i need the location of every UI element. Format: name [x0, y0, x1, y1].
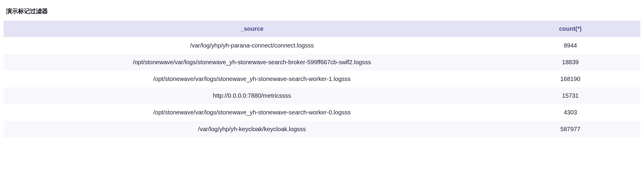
- cell-source: /opt/stonewave/var/logs/stonewave_yh-sto…: [4, 104, 500, 121]
- cell-source: /var/log/yhp/yh-keycloak/keycloak.logsss: [4, 121, 500, 138]
- cell-source: http://0.0.0.0:7880/metricssss: [4, 88, 500, 104]
- column-header-source[interactable]: _source: [4, 21, 500, 37]
- table-row: /opt/stonewave/var/logs/stonewave_yh-sto…: [4, 104, 640, 121]
- column-header-count[interactable]: count(*): [500, 21, 640, 37]
- cell-count: 15731: [500, 88, 640, 104]
- cell-count: 18839: [500, 54, 640, 71]
- table-row: /opt/stonewave/var/logs/stonewave_yh-sto…: [4, 54, 640, 71]
- table-row: /var/log/yhp/yh-keycloak/keycloak.logsss…: [4, 121, 640, 138]
- cell-source: /var/log/yhp/yh-parana-connect/connect.l…: [4, 37, 500, 54]
- table-row: http://0.0.0.0:7880/metricssss 15731: [4, 88, 640, 104]
- filter-title: 演示标记过滤器: [4, 7, 640, 15]
- table-row: /var/log/yhp/yh-parana-connect/connect.l…: [4, 37, 640, 54]
- results-table: _source count(*) /var/log/yhp/yh-parana-…: [4, 21, 640, 137]
- table-header-row: _source count(*): [4, 21, 640, 37]
- cell-count: 587977: [500, 121, 640, 138]
- cell-source: /opt/stonewave/var/logs/stonewave_yh-sto…: [4, 71, 500, 88]
- table-row: /opt/stonewave/var/logs/stonewave_yh-sto…: [4, 71, 640, 88]
- cell-count: 168190: [500, 71, 640, 88]
- cell-count: 4303: [500, 104, 640, 121]
- cell-source: /opt/stonewave/var/logs/stonewave_yh-sto…: [4, 54, 500, 71]
- cell-count: 8944: [500, 37, 640, 54]
